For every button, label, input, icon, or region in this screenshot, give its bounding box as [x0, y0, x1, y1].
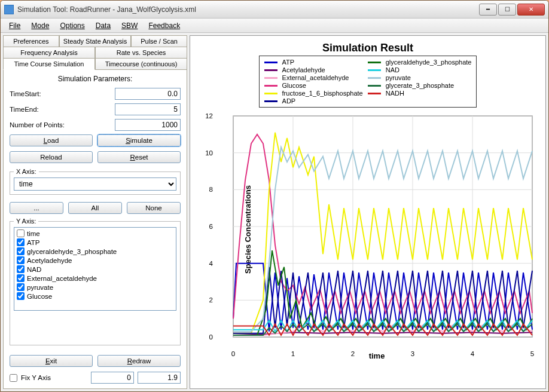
reload-button[interactable]: Reload — [10, 151, 93, 163]
yaxis-item[interactable]: time — [14, 229, 176, 238]
close-button[interactable]: ✕ — [517, 4, 545, 16]
yaxis-item[interactable]: NAD — [14, 265, 176, 274]
legend-label: NAD — [386, 66, 472, 74]
yaxis-checkbox[interactable] — [17, 238, 25, 246]
fix-y-max-input[interactable] — [138, 372, 181, 384]
yaxis-item[interactable]: External_acetaldehyde — [14, 274, 176, 283]
timeend-label: TimeEnd: — [10, 106, 110, 113]
legend-swatch — [264, 77, 277, 79]
numpoints-input[interactable] — [115, 119, 181, 131]
simulate-button[interactable]: Simulate — [97, 134, 181, 146]
window-controls: ━ ☐ ✕ — [479, 4, 545, 16]
tab-rate-species[interactable]: Rate vs. Species — [95, 47, 187, 59]
yaxis-item[interactable]: Glucose — [14, 292, 176, 301]
legend-swatch — [264, 100, 277, 102]
xaxis-fieldset: X Axis: time — [10, 168, 181, 195]
yaxis-checkbox[interactable] — [17, 283, 25, 291]
tab-timecourse-cont[interactable]: Timecourse (continuous) — [95, 58, 187, 70]
yaxis-item-label: glyceraldehyde_3_phosphate — [27, 248, 117, 255]
fix-y-checkbox[interactable] — [10, 374, 17, 382]
y-tick: 0 — [209, 333, 213, 341]
app-icon — [4, 5, 14, 14]
exit-button[interactable]: Exit — [10, 355, 93, 367]
yaxis-item-label: pyruvate — [27, 284, 53, 291]
x-tick: 2 — [351, 350, 355, 357]
menu-data[interactable]: Data — [91, 20, 115, 32]
yaxis-item-label: External_acetaldehyde — [27, 275, 97, 282]
menu-sbw[interactable]: SBW — [117, 20, 142, 32]
legend-label: glyceraldehyde_3_phosphate — [386, 59, 472, 66]
yaxis-checkbox[interactable] — [17, 247, 25, 255]
yaxis-checkbox[interactable] — [17, 274, 25, 282]
menu-feedback[interactable]: Feedback — [144, 20, 185, 32]
yaxis-item[interactable]: glyceraldehyde_3_phosphate — [14, 247, 176, 256]
tab-row-1: Preferences Steady State Analysis Pulse … — [3, 35, 187, 47]
yaxis-fieldset: Y Axis: timeATPglyceraldehyde_3_phosphat… — [10, 218, 181, 345]
xaxis-legend: X Axis: — [14, 168, 39, 175]
tab-row-2: Frequency Analysis Rate vs. Species — [3, 47, 187, 59]
y-tick: 10 — [205, 149, 213, 157]
tab-row-3: Time Course Simulation Timecourse (conti… — [3, 58, 187, 70]
left-panel: Preferences Steady State Analysis Pulse … — [3, 35, 187, 389]
legend-label: Acetyladehyde — [282, 66, 363, 74]
yaxis-checkbox[interactable] — [17, 292, 25, 300]
y-tick: 6 — [209, 223, 213, 230]
ellipsis-button[interactable]: ... — [10, 202, 63, 214]
legend-label: ATP — [282, 59, 363, 66]
yaxis-item-label: time — [27, 230, 40, 237]
tab-pulse-scan[interactable]: Pulse / Scan — [131, 35, 187, 47]
none-button[interactable]: None — [127, 202, 181, 214]
legend-label: ADP — [282, 97, 363, 105]
tab-content: Simulation Parameters: TimeStart: TimeEn… — [3, 70, 187, 389]
yaxis-item[interactable]: ATP — [14, 238, 176, 247]
yaxis-checkbox[interactable] — [17, 265, 25, 273]
legend-swatch — [368, 85, 381, 87]
legend-swatch — [264, 85, 277, 87]
x-tick: 5 — [530, 350, 534, 357]
yaxis-item[interactable]: Acetyladehyde — [14, 256, 176, 265]
x-tick: 1 — [291, 350, 295, 357]
y-tick: 4 — [209, 260, 213, 267]
yaxis-checkbox[interactable] — [17, 256, 25, 264]
menu-options[interactable]: Options — [55, 20, 89, 32]
tab-preferences[interactable]: Preferences — [3, 35, 59, 47]
minimize-button[interactable]: ━ — [479, 4, 497, 16]
yaxis-item[interactable]: pyruvate — [14, 283, 176, 292]
chart-legend: ATPglyceraldehyde_3_phosphateAcetyladehy… — [259, 56, 477, 108]
x-tick: 3 — [411, 350, 414, 357]
yaxis-listbox[interactable]: timeATPglyceraldehyde_3_phosphateAcetyla… — [14, 227, 176, 311]
tab-frequency[interactable]: Frequency Analysis — [3, 47, 95, 59]
reset-button[interactable]: Reset — [97, 151, 181, 163]
maximize-button[interactable]: ☐ — [498, 4, 516, 16]
menubar: File Mode Options Data SBW Feedback — [1, 19, 548, 33]
chart-area: Simulation Result ATPglyceraldehyde_3_ph… — [190, 35, 546, 389]
titlebar[interactable]: Simulation Tool: RoadRunner - Jana_WolfG… — [1, 1, 548, 19]
redraw-button[interactable]: Redraw — [97, 355, 181, 367]
app-window: Simulation Tool: RoadRunner - Jana_WolfG… — [0, 0, 549, 392]
chart-title: Simulation Result — [322, 42, 413, 54]
content-area: Preferences Steady State Analysis Pulse … — [1, 33, 548, 391]
fix-y-label: Fix Y Axis — [21, 374, 51, 381]
timestart-label: TimeStart: — [10, 90, 110, 97]
x-tick: 4 — [471, 350, 474, 357]
chart-svg — [215, 110, 538, 349]
y-tick: 12 — [205, 112, 213, 120]
legend-swatch — [368, 62, 381, 63]
yaxis-checkbox[interactable] — [17, 229, 25, 237]
tab-steady-state[interactable]: Steady State Analysis — [59, 35, 131, 47]
legend-swatch — [368, 69, 381, 71]
timestart-input[interactable] — [115, 88, 181, 100]
timeend-input[interactable] — [115, 103, 181, 115]
legend-swatch — [264, 93, 277, 94]
fix-y-min-input[interactable] — [91, 372, 134, 384]
xaxis-select[interactable]: time — [14, 177, 176, 191]
all-button[interactable]: All — [68, 202, 122, 214]
legend-swatch — [264, 62, 277, 63]
menu-mode[interactable]: Mode — [26, 20, 54, 32]
load-button[interactable]: Load — [10, 134, 93, 146]
legend-swatch — [368, 93, 381, 94]
menu-file[interactable]: File — [4, 20, 25, 32]
legend-label: External_acetaldehyde — [282, 74, 363, 81]
tab-time-course[interactable]: Time Course Simulation — [3, 58, 95, 70]
yaxis-item-label: ATP — [27, 239, 40, 246]
